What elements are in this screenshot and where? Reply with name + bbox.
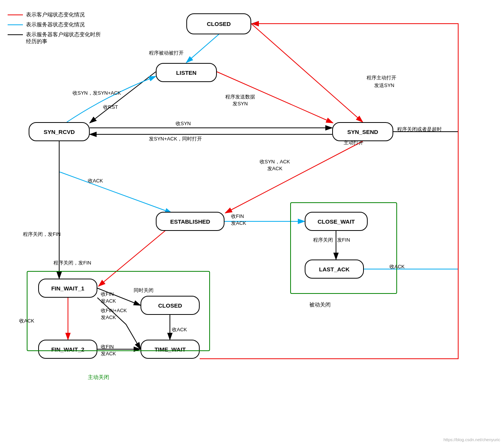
label-prog-send-data: 程序发送数据发SYN xyxy=(225,94,255,107)
label-recv-syn: 收SYN xyxy=(176,120,191,127)
label-recv-syn-send-syn-ack: 收SYN，发SYN+ACK xyxy=(73,90,121,97)
label-simultaneous-close: 同时关闭 xyxy=(134,287,153,294)
label-prog-close-fin-box: 程序关闭 发FIN xyxy=(313,237,350,243)
watermark: https://blog.csdn.net/chenyuric xyxy=(443,437,500,442)
label-recv-fin-send-ack: 收FIN发ACK xyxy=(231,213,246,227)
label-prog-close-send-fin: 程序关闭，发FIN xyxy=(23,231,61,238)
label-prog-close2: 程序关闭，发FIN xyxy=(53,260,91,266)
label-passive-open: 程序被动被打开 xyxy=(149,50,184,56)
state-listen: LISTEN xyxy=(156,63,217,82)
label-passive-close: 被动关闭 xyxy=(309,302,331,308)
label-active-close: 主动关闭 xyxy=(88,374,109,381)
svg-line-7 xyxy=(90,72,156,123)
label-recv-syn-ack: 收SYN，ACK发ACK xyxy=(260,158,290,172)
state-syn-send: SYN_SEND xyxy=(332,122,393,141)
state-closed-top: CLOSED xyxy=(186,13,251,34)
svg-line-6 xyxy=(186,34,219,63)
label-send-syn-ack-open: 发SYN+ACK，同时打开 xyxy=(149,135,202,142)
label-recv-ack-box: 收ACK xyxy=(389,263,405,270)
label-recv-fin-send-ack-fw2: 收FIN发ACK xyxy=(101,343,116,357)
label-recv-fin-send-ack-fw1: 收FIN发ACK xyxy=(101,291,116,305)
state-syn-rcvd: SYN_RCVD xyxy=(29,122,90,141)
label-recv-fin-plus-ack: 收FIN+ACK发ACK xyxy=(101,307,127,321)
label-active-open: 程序主动打开 xyxy=(367,74,396,81)
green-box-passive xyxy=(290,202,397,294)
label-recv-ack-closed: 收ACK xyxy=(172,326,187,333)
label-prog-close-timeout: 程序关闭或者是超时 xyxy=(397,126,442,133)
label-recv-ack: 收ACK xyxy=(88,177,103,184)
label-recv-rst: 收RST xyxy=(103,104,118,111)
label-active-open: 主动打开 xyxy=(344,139,363,146)
label-send-syn: 发送SYN xyxy=(374,82,394,89)
label-recv-ack-fw1: 收ACK xyxy=(19,318,34,324)
state-established: ESTABLISHED xyxy=(156,212,225,231)
diagram-svg xyxy=(0,0,504,445)
